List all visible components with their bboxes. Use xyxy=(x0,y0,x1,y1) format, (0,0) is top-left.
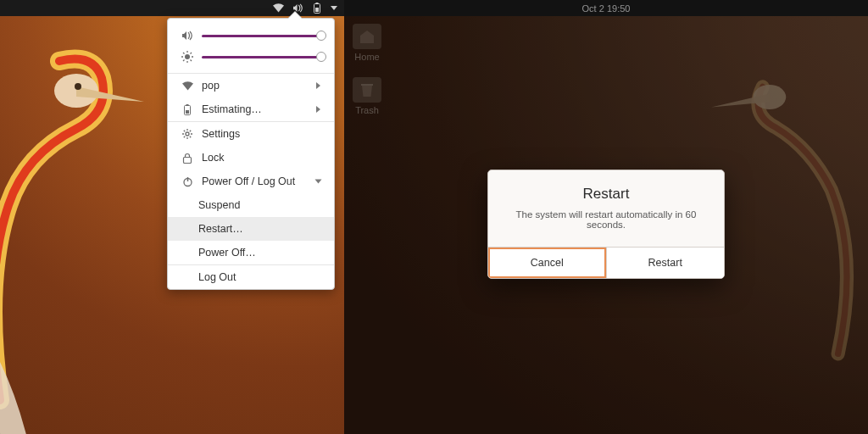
battery-icon xyxy=(181,104,193,115)
menu-lock-label: Lock xyxy=(202,152,224,164)
menu-network[interactable]: pop xyxy=(168,74,334,97)
svg-rect-16 xyxy=(186,110,189,114)
svg-line-12 xyxy=(183,60,185,62)
menu-restart-label: Restart… xyxy=(198,223,243,235)
menu-power-group[interactable]: Power Off / Log Out xyxy=(168,170,334,193)
svg-rect-15 xyxy=(186,104,189,106)
menu-settings[interactable]: Settings xyxy=(168,122,334,146)
gear-icon xyxy=(181,128,193,140)
svg-point-17 xyxy=(186,132,189,136)
volume-slider[interactable] xyxy=(181,31,320,41)
wifi-icon xyxy=(272,3,284,13)
power-icon xyxy=(181,176,193,187)
menu-restart[interactable]: Restart… xyxy=(168,217,334,241)
menu-poweroff[interactable]: Power Off… xyxy=(168,241,334,264)
menu-poweroff-label: Power Off… xyxy=(198,247,256,259)
svg-line-10 xyxy=(183,53,185,54)
wifi-icon xyxy=(181,81,193,91)
volume-icon xyxy=(181,31,193,41)
system-menu: pop Estimating… Settings Lock xyxy=(167,18,335,290)
lock-icon xyxy=(181,153,193,164)
menu-suspend[interactable]: Suspend xyxy=(168,193,334,217)
menu-logout-label: Log Out xyxy=(198,271,236,283)
restart-button[interactable]: Restart xyxy=(606,248,725,278)
menu-network-label: pop xyxy=(202,80,220,92)
dialog-title: Restart xyxy=(488,170,724,209)
brightness-slider[interactable] xyxy=(181,51,320,63)
battery-icon xyxy=(311,3,323,14)
chevron-right-icon xyxy=(316,106,320,113)
menu-power-label: Power Off / Log Out xyxy=(202,175,295,187)
menu-suspend-label: Suspend xyxy=(198,199,240,211)
brightness-icon xyxy=(181,51,193,63)
menu-battery[interactable]: Estimating… xyxy=(168,97,334,121)
menu-settings-label: Settings xyxy=(202,128,240,140)
svg-line-13 xyxy=(191,53,192,54)
svg-rect-18 xyxy=(184,157,192,163)
svg-point-3 xyxy=(54,74,98,108)
svg-rect-2 xyxy=(315,8,319,12)
svg-line-11 xyxy=(191,60,192,62)
menu-lock[interactable]: Lock xyxy=(168,146,334,170)
chevron-down-icon xyxy=(331,6,337,10)
screenshot-before: pop Estimating… Settings Lock xyxy=(0,0,344,434)
chevron-down-icon xyxy=(315,180,322,184)
dialog-body: The system will restart automatically in… xyxy=(488,209,724,247)
svg-point-5 xyxy=(185,54,190,59)
menu-battery-label: Estimating… xyxy=(202,103,262,115)
restart-dialog: Restart The system will restart automati… xyxy=(487,170,725,279)
system-tray[interactable] xyxy=(272,3,337,14)
menu-logout[interactable]: Log Out xyxy=(168,265,334,289)
cancel-button[interactable]: Cancel xyxy=(488,248,606,278)
svg-rect-1 xyxy=(316,3,319,4)
chevron-right-icon xyxy=(316,82,320,89)
svg-point-4 xyxy=(75,83,81,90)
screenshot-after: Oct 2 19:50 Home Trash Restart The syste… xyxy=(344,0,868,434)
